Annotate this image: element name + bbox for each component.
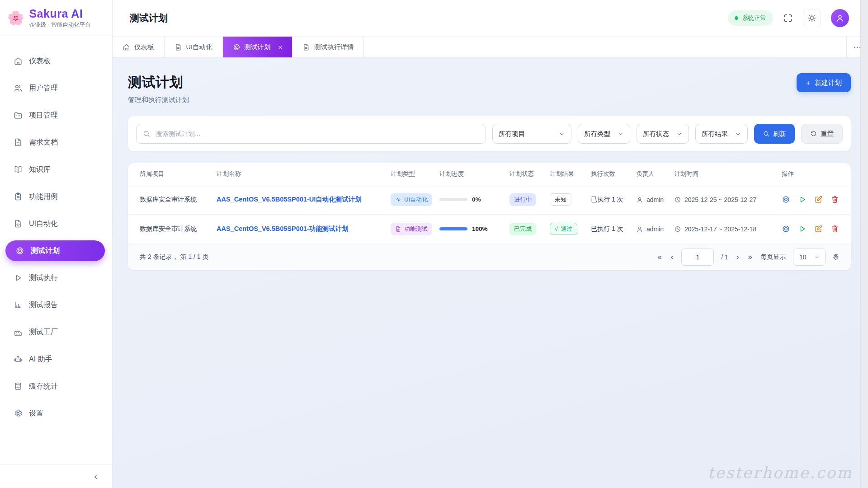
sidebar-item-label: 测试计划 — [31, 246, 60, 256]
sidebar-menu: 仪表板 用户管理 项目管理 需求文档 知识库 功能用例 UI自动化 测试计划 测… — [0, 36, 112, 424]
result-filter-select[interactable]: 所有结果 — [695, 124, 748, 144]
project-filter-select[interactable]: 所有项目 — [492, 124, 571, 144]
close-tab-icon[interactable]: × — [278, 44, 283, 51]
tab-bar: 仪表板 UI自动化 测试计划× 测试执行详情 ⋯ — [113, 36, 868, 58]
plan-name-link[interactable]: AAS_CentOS_V6.5B05SP001-UI自动化测试计划 — [217, 196, 362, 203]
page-subtitle: 管理和执行测试计划 — [128, 96, 189, 104]
target-icon — [15, 246, 24, 255]
sidebar-item-settings[interactable]: 设置 — [0, 403, 105, 424]
tab-ui-automation[interactable]: UI自动化 — [165, 37, 223, 57]
next-page-button[interactable]: › — [736, 253, 740, 262]
col-plan-result: 计划结果 — [546, 163, 587, 185]
gear-icon — [14, 409, 23, 418]
plan-name-link[interactable]: AAS_CentOS_V6.5B05SP001-功能测试计划 — [217, 225, 349, 232]
clock-icon — [674, 196, 681, 203]
theme-toggle-button[interactable] — [803, 9, 821, 27]
view-target-icon — [782, 225, 790, 233]
view-target-icon — [782, 195, 790, 204]
sidebar-item-ai-assistant[interactable]: AI 助手 — [0, 349, 105, 370]
new-plan-button[interactable]: + 新建计划 — [797, 73, 851, 92]
edit-icon — [814, 195, 823, 204]
user-avatar[interactable] — [831, 9, 849, 27]
brand-name: Sakura AI — [29, 7, 90, 20]
plan-type-badge: 功能测试 — [391, 223, 432, 235]
per-page-value: 10 — [799, 253, 807, 261]
cell-executions: 已执行 1 次 — [587, 214, 632, 244]
sidebar-item-label: 测试执行 — [29, 273, 58, 283]
pagination-summary: 共 2 条记录， 第 1 / 1 页 — [140, 253, 208, 261]
time-cell: 2025-12-25 ~ 2025-12-27 — [674, 196, 774, 203]
sidebar-item-function-cases[interactable]: 功能用例 — [0, 186, 105, 207]
status-filter-select[interactable]: 所有状态 — [637, 124, 689, 144]
sidebar-item-requirement-docs[interactable]: 需求文档 — [0, 132, 105, 153]
col-plan-progress: 计划进度 — [436, 163, 506, 185]
run-plan-button[interactable] — [798, 195, 807, 204]
sidebar-item-label: 知识库 — [29, 165, 51, 174]
file-text-icon — [302, 43, 310, 51]
sidebar-item-test-plan[interactable]: 测试计划 — [5, 240, 105, 261]
sidebar-item-test-report[interactable]: 测试报告 — [0, 295, 105, 315]
edit-plan-button[interactable] — [814, 195, 823, 204]
users-icon — [14, 84, 23, 93]
chevron-down-icon — [735, 131, 741, 137]
sidebar-item-test-factory[interactable]: 测试工厂 — [0, 322, 105, 343]
sidebar-item-label: 测试报告 — [29, 300, 58, 310]
sidebar-item-project-management[interactable]: 项目管理 — [0, 105, 105, 126]
reset-label: 重置 — [821, 130, 834, 138]
edit-plan-button[interactable] — [814, 225, 823, 233]
search-input[interactable] — [136, 124, 486, 144]
delete-plan-button[interactable] — [830, 225, 839, 233]
sidebar-item-label: 仪表板 — [29, 56, 51, 66]
tab-test-execution-detail[interactable]: 测试执行详情 — [292, 37, 364, 57]
first-page-button[interactable]: « — [656, 253, 662, 262]
tab-label: 测试计划 — [245, 43, 271, 52]
reset-button[interactable]: 重置 — [801, 124, 843, 144]
user-icon — [636, 225, 643, 233]
status-filter-value: 所有状态 — [643, 130, 669, 138]
sun-icon — [807, 14, 816, 23]
progress-bar: 0% — [439, 196, 502, 203]
sidebar-item-label: 缓存统计 — [29, 382, 58, 391]
row-actions — [782, 225, 847, 233]
cell-executions: 已执行 1 次 — [587, 185, 632, 214]
per-page-select[interactable]: 10 — [793, 249, 826, 266]
last-page-button[interactable]: » — [747, 253, 753, 262]
view-plan-button[interactable] — [782, 195, 790, 204]
tab-label: 仪表板 — [134, 43, 154, 52]
time-cell: 2025-12-17 ~ 2025-12-18 — [674, 225, 774, 233]
type-filter-select[interactable]: 所有类型 — [578, 124, 630, 144]
sidebar-item-test-execution[interactable]: 测试执行 — [0, 267, 105, 288]
tab-test-plan[interactable]: 测试计划× — [223, 37, 293, 57]
table-row: 数据库安全审计系统 AAS_CentOS_V6.5B05SP001-功能测试计划… — [128, 214, 851, 244]
top-header: 测试计划 系统正常 — [113, 0, 868, 36]
sidebar-item-cache-stats[interactable]: 缓存统计 — [0, 376, 105, 397]
result-badge: 未知 — [550, 193, 571, 206]
sidebar-item-ui-automation[interactable]: UI自动化 — [0, 213, 105, 234]
fullscreen-button[interactable] — [783, 13, 793, 23]
chevron-down-icon — [676, 131, 683, 137]
collapse-sidebar-icon[interactable] — [92, 473, 100, 481]
delete-plan-button[interactable] — [830, 195, 839, 204]
view-plan-button[interactable] — [782, 225, 790, 233]
sidebar-item-dashboard[interactable]: 仪表板 — [0, 51, 105, 71]
run-plan-button[interactable] — [798, 225, 807, 233]
scrollbar[interactable] — [860, 0, 868, 488]
project-filter-value: 所有项目 — [499, 130, 525, 138]
col-owner: 负责人 — [632, 163, 670, 185]
owner-cell: admin — [636, 196, 667, 203]
reset-icon — [810, 130, 817, 137]
plan-type-badge: UI自动化 — [391, 193, 432, 206]
sidebar-item-user-management[interactable]: 用户管理 — [0, 78, 105, 99]
check-icon: √ — [555, 225, 558, 232]
main-area: 测试计划 系统正常 仪表板 UI自动化 测试计划× 测试执行详情 ⋯ 测试计划 … — [113, 0, 868, 488]
header-title: 测试计划 — [130, 12, 168, 24]
refresh-button[interactable]: 刷新 — [754, 124, 795, 144]
sidebar-item-label: UI自动化 — [29, 219, 58, 229]
page-number-input[interactable] — [681, 249, 714, 266]
col-plan-status: 计划状态 — [506, 163, 546, 185]
prev-page-button[interactable]: ‹ — [670, 253, 675, 262]
tab-dashboard[interactable]: 仪表板 — [113, 37, 165, 57]
sidebar-item-knowledge-base[interactable]: 知识库 — [0, 159, 105, 180]
owner-cell: admin — [636, 225, 667, 233]
page-total-label: / 1 — [721, 253, 728, 261]
